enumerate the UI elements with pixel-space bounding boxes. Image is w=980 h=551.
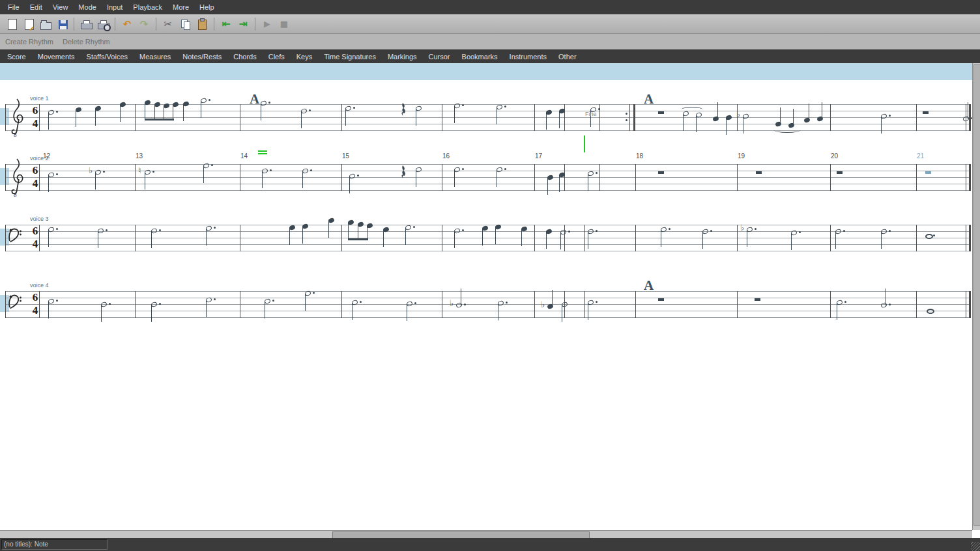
note-head[interactable] xyxy=(927,309,934,314)
accidental: ♭ xyxy=(450,299,454,307)
note-stem xyxy=(559,175,560,192)
note-stem xyxy=(206,300,207,317)
note-stem xyxy=(780,107,781,124)
note-stem xyxy=(521,229,522,246)
staff-line xyxy=(5,104,971,105)
whole-rest[interactable] xyxy=(923,111,929,114)
note-stem xyxy=(743,117,743,134)
status-bar: (no titles): Note xyxy=(0,538,980,551)
note-stem xyxy=(95,173,96,190)
time-signature: 64 xyxy=(30,104,40,130)
system-start-barline xyxy=(5,104,6,131)
whole-rest[interactable] xyxy=(837,171,843,174)
final-barline-thin xyxy=(966,164,966,191)
note-stem xyxy=(383,230,384,247)
note-stem xyxy=(495,227,496,244)
note-stem xyxy=(461,289,461,305)
barline xyxy=(916,291,917,318)
time-signature: 64 xyxy=(30,291,40,317)
resize-grip-icon[interactable] xyxy=(971,542,980,551)
augmentation-dot xyxy=(598,108,600,110)
quarter-rest[interactable] xyxy=(401,103,407,120)
staff-line xyxy=(5,117,971,118)
whole-rest[interactable] xyxy=(756,171,762,174)
treble-clef-icon xyxy=(8,155,25,199)
whole-rest[interactable] xyxy=(658,298,664,301)
barline xyxy=(564,225,565,251)
measure-number: 18 xyxy=(636,152,643,160)
augmentation-dot xyxy=(933,234,935,236)
cursor-dash-mark[interactable] xyxy=(258,150,267,152)
augmentation-dot xyxy=(414,302,416,304)
augmentation-dot xyxy=(568,231,570,233)
augmentation-dot xyxy=(413,226,415,228)
note-stem xyxy=(416,109,416,126)
whole-rest[interactable] xyxy=(658,171,664,174)
augmentation-dot xyxy=(310,169,312,171)
note-stem xyxy=(498,304,498,320)
vertical-scrollbar-thumb[interactable] xyxy=(973,64,980,526)
note-stem xyxy=(497,107,497,124)
accidental: ♭ xyxy=(89,166,93,175)
note-stem xyxy=(151,231,152,248)
whole-rest[interactable] xyxy=(658,111,664,114)
final-barline-thin xyxy=(966,225,966,251)
rehearsal-mark: A xyxy=(644,277,654,294)
staff-line xyxy=(5,225,971,225)
note-stem xyxy=(48,230,49,247)
cursor-dash-mark[interactable] xyxy=(258,153,267,154)
note-stem xyxy=(683,114,684,131)
note-stem xyxy=(497,170,497,187)
barline xyxy=(635,225,636,251)
note-stem xyxy=(95,109,96,126)
barline xyxy=(830,104,831,131)
accidental: ♮ xyxy=(138,166,141,175)
note-stem xyxy=(301,111,302,128)
note-stem xyxy=(352,303,353,320)
barline xyxy=(599,164,600,191)
augmentation-dot xyxy=(270,169,272,171)
barline xyxy=(240,104,240,131)
note-stem xyxy=(289,228,290,245)
score-canvas[interactable]: voice 1864♭voice 2864♭♮voice 364♭voice 4… xyxy=(0,0,980,551)
whole-rest[interactable] xyxy=(755,298,760,301)
note-stem xyxy=(559,111,560,128)
barline xyxy=(830,225,831,251)
augmentation-dot xyxy=(106,229,108,231)
vertical-scrollbar[interactable] xyxy=(972,63,980,530)
staff-line xyxy=(5,291,971,292)
barline xyxy=(341,164,342,191)
note-stem xyxy=(261,104,261,120)
augmentation-dot xyxy=(755,228,757,230)
note-stem xyxy=(454,170,455,187)
barline xyxy=(534,104,535,131)
quarter-rest[interactable] xyxy=(401,165,407,182)
note-stem xyxy=(407,304,407,321)
note-stem xyxy=(203,166,204,183)
horizontal-scrollbar[interactable] xyxy=(0,530,972,538)
note-stem xyxy=(145,103,145,120)
system-start-barline xyxy=(5,291,6,318)
augmentation-dot xyxy=(209,99,210,101)
insertion-cursor[interactable] xyxy=(584,135,585,152)
note-stem xyxy=(560,233,561,249)
note-stem xyxy=(881,232,882,249)
treble-clef-icon xyxy=(8,95,25,139)
note-stem xyxy=(349,177,350,193)
barline xyxy=(442,225,442,251)
barline xyxy=(737,164,738,191)
whole-rest[interactable] xyxy=(925,171,931,174)
barline xyxy=(240,225,240,251)
measure-number: 20 xyxy=(831,152,838,160)
note-stem xyxy=(717,102,718,119)
staff-line xyxy=(5,164,971,165)
augmentation-dot xyxy=(159,303,161,305)
staff-line xyxy=(5,231,971,232)
note-stem xyxy=(262,171,263,188)
note-stem xyxy=(151,305,152,322)
note-head[interactable] xyxy=(925,234,933,239)
note-stem xyxy=(837,303,837,320)
barline xyxy=(135,104,136,131)
note-stem xyxy=(822,102,822,119)
note-stem xyxy=(702,232,703,249)
